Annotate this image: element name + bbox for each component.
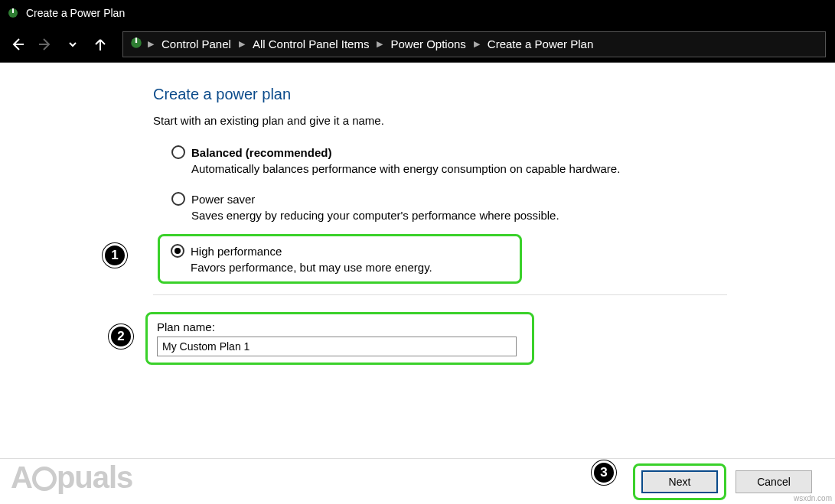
- footer-bar: 3 Next Cancel: [0, 458, 835, 504]
- breadcrumb-item[interactable]: All Control Panel Items: [250, 36, 373, 52]
- recent-dropdown-icon[interactable]: [64, 36, 81, 53]
- plan-desc-high: Favors performance, but may use more ene…: [191, 261, 509, 274]
- annotation-badge-2: 2: [109, 324, 133, 349]
- section-divider: [153, 294, 727, 295]
- plan-label-saver[interactable]: Power saver: [191, 193, 255, 206]
- plan-name-input[interactable]: [157, 337, 517, 356]
- radio-high-performance[interactable]: [171, 244, 184, 258]
- breadcrumb-separator: ▶: [474, 39, 480, 49]
- plan-saver: Power saver Saves energy by reducing you…: [171, 192, 722, 222]
- page-title: Create a power plan: [153, 86, 835, 103]
- radio-saver[interactable]: [171, 192, 185, 206]
- up-arrow-icon[interactable]: [92, 36, 109, 53]
- annotation-badge-3: 3: [592, 460, 616, 485]
- navigation-bar: ▶ Control Panel ▶ All Control Panel Item…: [0, 26, 835, 63]
- next-button[interactable]: Next: [641, 470, 718, 493]
- address-bar[interactable]: ▶ Control Panel ▶ All Control Panel Item…: [122, 31, 826, 57]
- plan-balanced: Balanced (recommended) Automatically bal…: [171, 145, 722, 175]
- breadcrumb-item[interactable]: Create a Power Plan: [484, 36, 596, 52]
- plan-label-balanced[interactable]: Balanced (recommended): [191, 146, 331, 159]
- cancel-button[interactable]: Cancel: [736, 470, 812, 493]
- main-content: Create a power plan Start with an existi…: [0, 63, 835, 365]
- plan-desc-balanced: Automatically balances performance with …: [191, 162, 722, 175]
- plan-name-label: Plan name:: [157, 320, 523, 333]
- power-plan-icon: [6, 6, 20, 20]
- annotation-badge-1: 1: [103, 243, 127, 268]
- plan-label-high[interactable]: High performance: [191, 245, 282, 258]
- address-icon: [129, 36, 143, 52]
- page-subtitle: Start with an existing plan and give it …: [153, 114, 835, 127]
- breadcrumb-item[interactable]: Power Options: [387, 36, 468, 52]
- highlight-high-performance: High performance Favors performance, but…: [158, 234, 522, 284]
- highlight-plan-name: Plan name:: [145, 312, 534, 365]
- breadcrumb-item[interactable]: Control Panel: [158, 36, 234, 52]
- source-attribution: wsxdn.com: [794, 494, 832, 502]
- forward-arrow-icon[interactable]: [37, 36, 54, 53]
- breadcrumb-separator: ▶: [239, 39, 245, 49]
- svg-rect-3: [135, 37, 137, 43]
- plan-desc-saver: Saves energy by reducing your computer's…: [191, 209, 722, 222]
- breadcrumb-separator: ▶: [148, 39, 154, 49]
- window-title: Create a Power Plan: [26, 7, 125, 19]
- svg-rect-1: [12, 8, 14, 13]
- window-titlebar: Create a Power Plan: [0, 0, 835, 26]
- radio-balanced[interactable]: [171, 145, 185, 159]
- highlight-next-button: Next: [633, 463, 726, 500]
- back-arrow-icon[interactable]: [9, 36, 26, 53]
- breadcrumb-separator: ▶: [377, 39, 383, 49]
